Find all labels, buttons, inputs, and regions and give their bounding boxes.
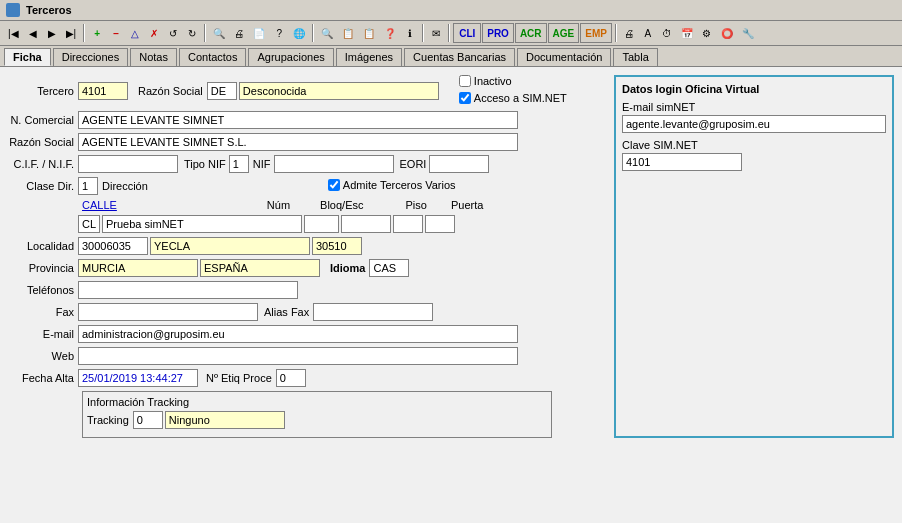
localidad-cp-input[interactable] [312, 237, 362, 255]
admite-terceros-checkbox[interactable] [328, 179, 340, 191]
help-btn[interactable]: ? [270, 23, 288, 43]
circle-btn[interactable]: ⭕ [717, 23, 737, 43]
zoom-btn[interactable]: 🔍 [317, 23, 337, 43]
question-btn[interactable]: ❓ [380, 23, 400, 43]
tabs: Ficha Direcciones Notas Contactos Agrupa… [0, 46, 902, 67]
puerta-input[interactable] [425, 215, 455, 233]
calendar-btn[interactable]: 📅 [677, 23, 697, 43]
web-input[interactable] [78, 347, 518, 365]
fecha-alta-input[interactable] [78, 369, 198, 387]
toolbar: |◀ ◀ ▶ ▶| + − △ ✗ ↺ ↻ 🔍 🖨 📄 ? 🌐 🔍 📋 📋 ❓ … [0, 21, 902, 46]
paste-btn[interactable]: 📋 [359, 23, 379, 43]
pro-btn[interactable]: PRO [482, 23, 514, 43]
razon-social-value-input[interactable] [239, 82, 439, 100]
tab-agrupaciones[interactable]: Agrupaciones [248, 48, 333, 66]
tab-ficha[interactable]: Ficha [4, 48, 51, 66]
age-btn[interactable]: AGE [548, 23, 580, 43]
razon-social2-input[interactable] [78, 133, 518, 151]
font-btn[interactable]: A [639, 23, 657, 43]
calle-input[interactable] [102, 215, 302, 233]
idioma-input[interactable] [369, 259, 409, 277]
acr-btn[interactable]: ACR [515, 23, 547, 43]
tracking-row: Tracking [87, 411, 547, 429]
prev-btn[interactable]: ◀ [24, 23, 42, 43]
print-btn[interactable]: 🖨 [230, 23, 248, 43]
eori-input[interactable] [429, 155, 489, 173]
tercero-row: Tercero Razón Social Inactivo Acceso a S… [8, 75, 598, 107]
nif-label: NIF [253, 158, 271, 170]
tab-contactos[interactable]: Contactos [179, 48, 247, 66]
inactivo-label: Inactivo [474, 75, 512, 87]
edit-btn[interactable]: △ [126, 23, 144, 43]
delete-btn[interactable]: − [107, 23, 125, 43]
email-input[interactable] [78, 325, 518, 343]
cif-input[interactable] [78, 155, 178, 173]
bloq-input[interactable] [341, 215, 391, 233]
pais-input[interactable] [200, 259, 320, 277]
wrench-btn[interactable]: 🔧 [738, 23, 758, 43]
doc-btn[interactable]: 📄 [249, 23, 269, 43]
info-btn[interactable]: ℹ [401, 23, 419, 43]
panel-clave-input[interactable] [622, 153, 742, 171]
clase-dir-row: Clase Dir. Dirección Admite Terceros Var… [8, 177, 598, 195]
copy-btn[interactable]: 📋 [338, 23, 358, 43]
localidad-name-input[interactable] [150, 237, 310, 255]
tercero-input[interactable] [78, 82, 128, 100]
n-comercial-input[interactable] [78, 111, 518, 129]
calle-link[interactable]: CALLE [82, 199, 117, 211]
cli-btn[interactable]: CLI [453, 23, 481, 43]
first-btn[interactable]: |◀ [4, 23, 23, 43]
address-row [8, 215, 598, 233]
search-btn[interactable]: 🔍 [209, 23, 229, 43]
tab-documentacion[interactable]: Documentación [517, 48, 611, 66]
next-btn[interactable]: ▶ [43, 23, 61, 43]
alias-fax-input[interactable] [313, 303, 433, 321]
sep4 [422, 24, 424, 42]
admite-terceros-label: Admite Terceros Varios [343, 179, 456, 191]
app-title: Terceros [26, 4, 72, 16]
last-btn[interactable]: ▶| [62, 23, 81, 43]
email-label: E-mail [8, 328, 78, 340]
tipo-nif-input[interactable] [229, 155, 249, 173]
razon-social-prefix-input[interactable] [207, 82, 237, 100]
num-input[interactable] [304, 215, 339, 233]
panel-email-input[interactable] [622, 115, 886, 133]
telefonos-input[interactable] [78, 281, 298, 299]
app-icon [6, 3, 20, 17]
fecha-alta-row: Fecha Alta Nº Etiq Proce [8, 369, 598, 387]
settings-btn[interactable]: ⚙ [698, 23, 716, 43]
refresh-btn1[interactable]: ↺ [164, 23, 182, 43]
fecha-alta-label: Fecha Alta [8, 372, 78, 384]
clase-dir-input[interactable] [78, 177, 98, 195]
tab-notas[interactable]: Notas [130, 48, 177, 66]
tab-tabla[interactable]: Tabla [613, 48, 657, 66]
provincia-row: Provincia Idioma [8, 259, 598, 277]
tracking-input[interactable] [133, 411, 163, 429]
email-btn[interactable]: ✉ [427, 23, 445, 43]
nif-input[interactable] [274, 155, 394, 173]
netiq-input[interactable] [276, 369, 306, 387]
tab-cuentas[interactable]: Cuentas Bancarias [404, 48, 515, 66]
fax-input[interactable] [78, 303, 258, 321]
tab-imagenes[interactable]: Imágenes [336, 48, 402, 66]
cancel-btn[interactable]: ✗ [145, 23, 163, 43]
provincia-input[interactable] [78, 259, 198, 277]
piso-label: Piso [406, 199, 427, 211]
localidad-code-input[interactable] [78, 237, 148, 255]
printer2-btn[interactable]: 🖨 [620, 23, 638, 43]
globe-btn[interactable]: 🌐 [289, 23, 309, 43]
add-btn[interactable]: + [88, 23, 106, 43]
cl-input[interactable] [78, 215, 100, 233]
tracking-status-input[interactable] [165, 411, 285, 429]
fax-label: Fax [8, 306, 78, 318]
calle-header-row: CALLE Núm Bloq/Esc Piso Puerta [82, 199, 598, 211]
inactivo-checkbox[interactable] [459, 75, 471, 87]
acceso-sim-checkbox[interactable] [459, 92, 471, 104]
emp-btn[interactable]: EMP [580, 23, 612, 43]
refresh-btn2[interactable]: ↻ [183, 23, 201, 43]
time-btn[interactable]: ⏱ [658, 23, 676, 43]
tab-direcciones[interactable]: Direcciones [53, 48, 128, 66]
web-label: Web [8, 350, 78, 362]
piso-input[interactable] [393, 215, 423, 233]
idioma-label: Idioma [330, 262, 365, 274]
